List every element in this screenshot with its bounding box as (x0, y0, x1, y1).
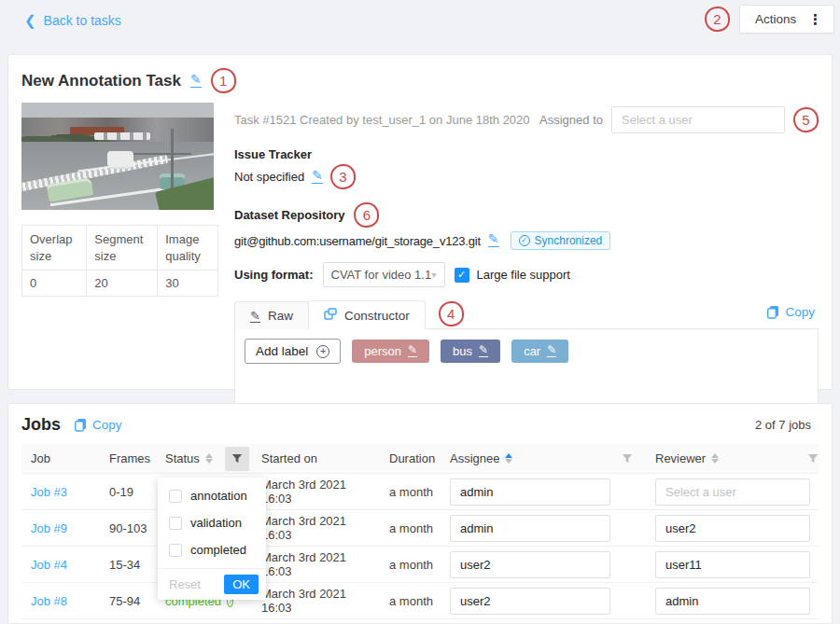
reviewer-input[interactable] (655, 588, 810, 615)
back-arrow-icon: ❮ (24, 12, 36, 29)
status-sorter-icon[interactable] (205, 453, 213, 464)
status-filter-icon[interactable] (225, 447, 249, 471)
job-duration: a month (380, 594, 441, 608)
using-format-label: Using format: (234, 268, 314, 282)
filter-option-label: annotation (190, 489, 247, 503)
column-assignee-label: Assignee (450, 451, 499, 465)
jobs-copy-label: Copy (92, 418, 122, 432)
label-chip-person[interactable]: person ✎ (352, 340, 429, 363)
reviewer-input[interactable] (655, 515, 810, 542)
checkbox-unchecked-icon[interactable] (169, 544, 182, 557)
jobs-card: Jobs Copy 2 of 7 jobs Job Frames Status (7, 403, 833, 624)
cvat-task-page: ❮ Back to tasks 2 Actions ⋮ New Annotati… (0, 0, 840, 624)
annotation-circle-4: 4 (439, 301, 464, 326)
table-row: Job #8 75-94 completed ? March 3rd 2021 … (21, 583, 819, 619)
param-header-quality: Image quality (158, 226, 218, 270)
assignee-input[interactable] (450, 478, 610, 506)
assignee-filter-icon[interactable] (615, 447, 639, 471)
assignee-input[interactable] (450, 551, 610, 578)
format-select-value: CVAT for video 1.1 (331, 268, 432, 282)
plus-circle-icon: + (316, 345, 329, 358)
back-to-tasks-link[interactable]: ❮ Back to tasks (24, 12, 121, 29)
task-parameters-table: Overlap size Segment size Image quality … (21, 225, 218, 297)
edit-label-person-icon[interactable]: ✎ (408, 344, 417, 357)
column-frames: Frames (100, 451, 156, 465)
reviewer-input[interactable] (655, 551, 810, 578)
job-duration: a month (380, 485, 441, 499)
reviewer-input[interactable] (655, 478, 810, 506)
column-started-on: Started on (252, 451, 380, 465)
issue-tracker-label: Issue Tracker (234, 147, 819, 161)
job-started: March 3rd 2021 16:03 (252, 587, 380, 615)
param-value-overlap: 0 (22, 270, 87, 297)
assignee-input[interactable] (450, 588, 610, 615)
add-label-button[interactable]: Add label + (245, 339, 341, 364)
task-meta-text: Task #1521 Created by test_user_1 on Jun… (234, 113, 530, 127)
checkbox-unchecked-icon[interactable] (169, 490, 182, 503)
assignee-input[interactable] (450, 515, 610, 542)
back-to-tasks-label: Back to tasks (44, 13, 121, 28)
labels-copy-label: Copy (785, 305, 815, 319)
annotation-circle-5: 5 (793, 107, 819, 132)
jobs-table: Job Frames Status Started on Duration As… (21, 444, 819, 619)
edit-label-bus-icon[interactable]: ✎ (479, 344, 488, 357)
column-reviewer-label: Reviewer (655, 451, 706, 465)
annotation-circle-1: 1 (211, 68, 236, 93)
job-started: March 3rd 2021 16:03 (252, 514, 380, 542)
column-job: Job (21, 451, 100, 465)
repository-url: git@github.com:username/git_storage_v123… (234, 234, 481, 248)
task-title: New Annotation Task (21, 72, 181, 90)
param-header-segment: Segment size (87, 226, 158, 270)
status-filter-dropdown: annotation validation completed Reset OK (158, 478, 266, 600)
large-file-support-checkbox[interactable]: ✓ Large file support (455, 268, 570, 283)
job-frames: 90-103 (100, 521, 156, 535)
format-select[interactable]: CVAT for video 1.1 ▾ (323, 262, 445, 287)
actions-button-label: Actions (755, 12, 796, 26)
edit-title-icon[interactable]: ✎ (190, 73, 202, 88)
edit-issue-tracker-icon[interactable]: ✎ (312, 169, 323, 184)
column-assignee[interactable]: Assignee (441, 451, 609, 465)
tab-constructor[interactable]: Constructor (308, 300, 426, 329)
synchronized-badge-label: Synchronized (535, 234, 603, 247)
issue-tracker-value: Not specified (234, 170, 304, 184)
constructor-block-icon (324, 308, 337, 323)
assigned-to-input[interactable] (611, 106, 785, 133)
filter-option-annotation[interactable]: annotation (158, 482, 266, 509)
add-label-text: Add label (256, 344, 308, 358)
job-link[interactable]: Job #4 (21, 558, 100, 572)
label-chip-bus-text: bus (453, 344, 472, 358)
assignee-sorter-icon[interactable] (505, 453, 512, 464)
label-chip-person-text: person (364, 344, 401, 358)
tab-raw[interactable]: ✎ Raw (234, 301, 309, 329)
job-link[interactable]: Job #3 (21, 485, 100, 499)
label-chip-car[interactable]: car ✎ (511, 340, 568, 363)
param-value-segment: 20 (87, 270, 158, 297)
job-duration: a month (380, 558, 441, 572)
column-status[interactable]: Status (156, 451, 221, 465)
filter-option-validation[interactable]: validation (158, 509, 266, 536)
edit-repository-icon[interactable]: ✎ (488, 232, 499, 247)
column-reviewer[interactable]: Reviewer (646, 451, 801, 465)
reviewer-sorter-icon[interactable] (711, 453, 719, 464)
checkbox-unchecked-icon[interactable] (169, 517, 182, 530)
column-duration: Duration (380, 451, 441, 465)
job-frames: 75-94 (100, 594, 156, 608)
job-link[interactable]: Job #8 (21, 594, 100, 608)
top-bar: ❮ Back to tasks 2 Actions ⋮ (0, 0, 840, 54)
actions-button[interactable]: Actions ⋮ (739, 5, 834, 34)
job-link[interactable]: Job #9 (21, 521, 100, 535)
filter-reset-button[interactable]: Reset (165, 575, 204, 593)
job-started: March 3rd 2021 16:03 (252, 550, 380, 578)
jobs-title: Jobs (21, 415, 61, 435)
label-chip-bus[interactable]: bus ✎ (441, 340, 500, 363)
reviewer-filter-icon[interactable] (801, 447, 825, 471)
jobs-copy-button[interactable]: Copy (74, 418, 122, 432)
labels-copy-button[interactable]: Copy (766, 305, 815, 319)
assigned-to-label: Assigned to (539, 113, 603, 127)
column-status-label: Status (165, 451, 200, 465)
filter-option-completed[interactable]: completed (158, 536, 266, 563)
param-value-quality: 30 (158, 270, 218, 297)
filter-ok-button[interactable]: OK (224, 575, 259, 594)
edit-label-car-icon[interactable]: ✎ (547, 344, 556, 357)
synchronized-badge[interactable]: ✓ Synchronized (511, 231, 611, 250)
